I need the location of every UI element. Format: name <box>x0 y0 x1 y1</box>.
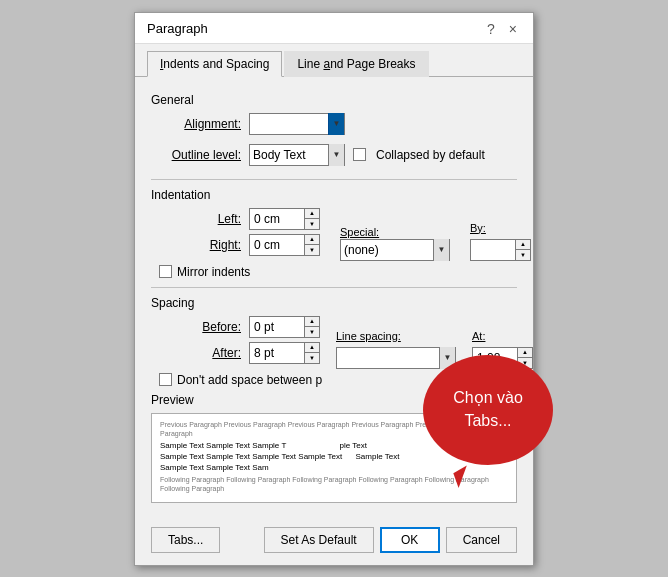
left-indent-row: Left: ▲ ▼ <box>151 208 320 230</box>
before-row: Before: ▲ ▼ <box>151 316 320 338</box>
tooltip-text: Chọn vào Tabs... <box>441 387 535 432</box>
after-spin-btns: ▲ ▼ <box>304 342 320 364</box>
before-after-group: Before: ▲ ▼ After: ▲ <box>151 316 320 369</box>
left-indent-input[interactable] <box>249 208 304 230</box>
by-spin-btns: ▲ ▼ <box>515 239 531 261</box>
right-indent-spin[interactable]: ▲ ▼ <box>249 234 320 256</box>
after-row: After: ▲ ▼ <box>151 342 320 364</box>
dont-add-label: Don't add space between p <box>177 373 322 387</box>
collapsed-check-row: Collapsed by default <box>353 148 485 162</box>
right-indent-up-btn[interactable]: ▲ <box>305 235 319 246</box>
after-down-btn[interactable]: ▼ <box>305 353 319 363</box>
outline-label: Outline level: <box>151 148 241 162</box>
line-spacing-label: Line spacing: <box>336 330 456 342</box>
after-label: After: <box>151 346 241 360</box>
tab-line-page-breaks-label: Line and Page Breaks <box>297 57 415 71</box>
tab-indents-spacing[interactable]: Indents and Spacing <box>147 51 282 77</box>
alignment-label: Alignment: <box>151 117 241 131</box>
dialog-title: Paragraph <box>147 21 208 36</box>
by-up-btn[interactable]: ▲ <box>516 240 530 251</box>
alignment-select[interactable]: Left ▼ <box>249 113 345 135</box>
left-indent-group: Left: ▲ ▼ Right: ▲ <box>151 208 320 261</box>
by-spin[interactable]: ▲ ▼ <box>470 239 531 261</box>
mirror-label: Mirror indents <box>177 265 250 279</box>
general-section-label: General <box>151 93 517 107</box>
alignment-row: Alignment: Left ▼ <box>151 113 517 135</box>
tab-indents-spacing-label: Indents and Spacing <box>160 57 269 71</box>
right-indent-down-btn[interactable]: ▼ <box>305 245 319 255</box>
by-label: By: <box>470 222 531 234</box>
by-group: By: ▲ ▼ <box>470 222 531 261</box>
spacing-section-label: Spacing <box>151 296 517 310</box>
at-label: At: <box>472 330 533 342</box>
left-indent-label: Left: <box>151 212 241 226</box>
title-controls: ? × <box>483 21 521 37</box>
right-indent-label: Right: <box>151 238 241 252</box>
special-group: Special: (none) ▼ <box>340 226 450 261</box>
before-spin-btns: ▲ ▼ <box>304 316 320 338</box>
before-label: Before: <box>151 320 241 334</box>
before-up-btn[interactable]: ▲ <box>305 317 319 328</box>
left-indent-up-btn[interactable]: ▲ <box>305 209 319 220</box>
general-rows: Alignment: Left ▼ Outline level: Body Te… <box>151 113 517 171</box>
close-button[interactable]: × <box>505 21 521 37</box>
left-indent-spin[interactable]: ▲ ▼ <box>249 208 320 230</box>
indentation-section-label: Indentation <box>151 188 517 202</box>
outline-arrow-icon: ▼ <box>328 144 344 166</box>
alignment-arrow-icon: ▼ <box>328 113 344 135</box>
left-indent-spin-btns: ▲ ▼ <box>304 208 320 230</box>
after-input[interactable] <box>249 342 304 364</box>
before-down-btn[interactable]: ▼ <box>305 327 319 337</box>
after-up-btn[interactable]: ▲ <box>305 343 319 354</box>
special-label: Special: <box>340 226 450 238</box>
divider-1 <box>151 179 517 180</box>
before-input[interactable] <box>249 316 304 338</box>
help-button[interactable]: ? <box>483 21 499 37</box>
mirror-checkbox[interactable] <box>159 265 172 278</box>
paragraph-dialog: Paragraph ? × Indents and Spacing Line a… <box>134 12 534 566</box>
title-bar: Paragraph ? × <box>135 13 533 44</box>
tooltip-bubble: Chọn vào Tabs... <box>423 355 553 465</box>
tab-bar: Indents and Spacing Line and Page Breaks <box>135 44 533 77</box>
special-col: Special: (none) ▼ <box>340 226 450 261</box>
outline-value: Body Text <box>250 148 328 162</box>
before-spin[interactable]: ▲ ▼ <box>249 316 320 338</box>
right-indent-input[interactable] <box>249 234 304 256</box>
ok-button[interactable]: OK <box>380 527 440 553</box>
tabs-button[interactable]: Tabs... <box>151 527 220 553</box>
collapsed-label: Collapsed by default <box>376 148 485 162</box>
right-indent-row: Right: ▲ ▼ <box>151 234 320 256</box>
left-indent-down-btn[interactable]: ▼ <box>305 219 319 229</box>
outline-level-row: Outline level: Body Text ▼ Collapsed by … <box>151 144 517 166</box>
indentation-main-row: Left: ▲ ▼ Right: ▲ <box>151 208 517 261</box>
dont-add-checkbox[interactable] <box>159 373 172 386</box>
mirror-indents-row: Mirror indents <box>159 265 517 279</box>
cancel-button[interactable]: Cancel <box>446 527 517 553</box>
tab-line-page-breaks[interactable]: Line and Page Breaks <box>284 51 428 77</box>
at-up-btn[interactable]: ▲ <box>518 348 532 359</box>
divider-2 <box>151 287 517 288</box>
by-down-btn[interactable]: ▼ <box>516 250 530 260</box>
set-default-button[interactable]: Set As Default <box>264 527 374 553</box>
bottom-buttons: Tabs... Set As Default OK Cancel <box>135 521 533 565</box>
after-spin[interactable]: ▲ ▼ <box>249 342 320 364</box>
by-input[interactable] <box>470 239 515 261</box>
collapsed-checkbox[interactable] <box>353 148 366 161</box>
right-indent-spin-btns: ▲ ▼ <box>304 234 320 256</box>
line-spacing-select[interactable]: ▼ <box>336 347 456 369</box>
alignment-value: Left <box>250 117 328 131</box>
special-arrow-icon: ▼ <box>433 239 449 261</box>
outline-select[interactable]: Body Text ▼ <box>249 144 345 166</box>
special-select[interactable]: (none) ▼ <box>340 239 450 261</box>
special-value: (none) <box>341 243 433 257</box>
line-spacing-group: Line spacing: ▼ <box>336 330 456 369</box>
